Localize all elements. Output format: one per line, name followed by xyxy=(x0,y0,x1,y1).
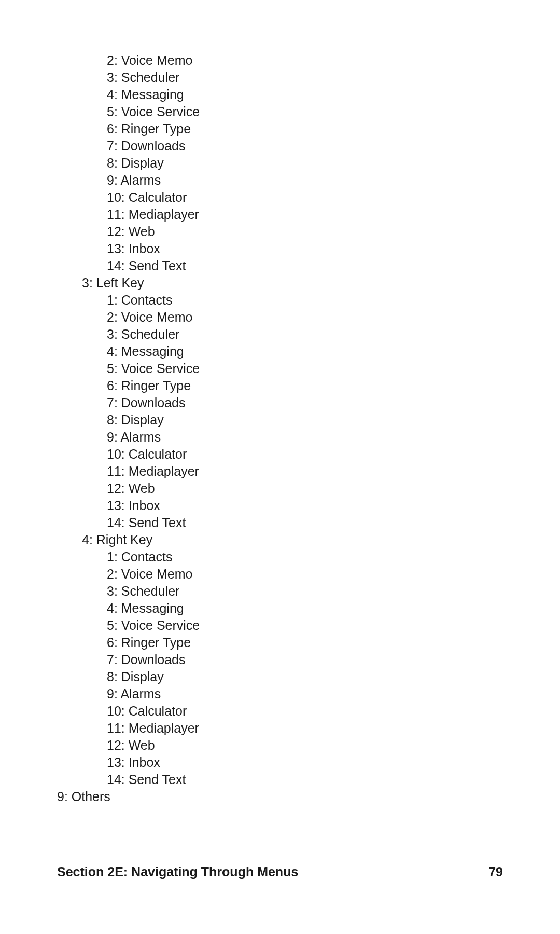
menu-item: 4: Right Key xyxy=(57,531,503,548)
menu-item: 9: Others xyxy=(57,788,503,805)
menu-item: 3: Scheduler xyxy=(57,69,503,86)
menu-item: 7: Downloads xyxy=(57,651,503,668)
footer-page-number: 79 xyxy=(488,864,503,880)
menu-item: 14: Send Text xyxy=(57,257,503,274)
menu-list: 2: Voice Memo3: Scheduler4: Messaging5: … xyxy=(57,52,503,805)
menu-item: 1: Contacts xyxy=(57,292,503,309)
menu-item: 11: Mediaplayer xyxy=(57,720,503,737)
menu-item: 8: Display xyxy=(57,668,503,685)
menu-item: 2: Voice Memo xyxy=(57,566,503,583)
menu-item: 9: Alarms xyxy=(57,685,503,703)
menu-item: 1: Contacts xyxy=(57,548,503,566)
footer-section-title: Section 2E: Navigating Through Menus xyxy=(57,864,298,880)
menu-item: 2: Voice Memo xyxy=(57,52,503,69)
menu-item: 13: Inbox xyxy=(57,754,503,771)
menu-item: 9: Alarms xyxy=(57,429,503,446)
page-footer: Section 2E: Navigating Through Menus 79 xyxy=(57,864,503,880)
menu-item: 6: Ringer Type xyxy=(57,120,503,138)
menu-item: 12: Web xyxy=(57,480,503,497)
menu-item: 12: Web xyxy=(57,223,503,240)
menu-item: 7: Downloads xyxy=(57,138,503,155)
menu-item: 3: Left Key xyxy=(57,274,503,292)
menu-item: 11: Mediaplayer xyxy=(57,206,503,223)
menu-item: 10: Calculator xyxy=(57,189,503,206)
menu-item: 12: Web xyxy=(57,737,503,754)
menu-item: 9: Alarms xyxy=(57,172,503,189)
menu-item: 5: Voice Service xyxy=(57,360,503,377)
menu-item: 13: Inbox xyxy=(57,240,503,257)
menu-item: 8: Display xyxy=(57,411,503,429)
menu-item: 11: Mediaplayer xyxy=(57,463,503,480)
menu-item: 10: Calculator xyxy=(57,446,503,463)
menu-item: 5: Voice Service xyxy=(57,617,503,634)
menu-item: 5: Voice Service xyxy=(57,103,503,120)
menu-item: 4: Messaging xyxy=(57,86,503,103)
menu-item: 6: Ringer Type xyxy=(57,377,503,394)
menu-item: 14: Send Text xyxy=(57,771,503,788)
menu-item: 3: Scheduler xyxy=(57,583,503,600)
menu-item: 14: Send Text xyxy=(57,514,503,531)
menu-item: 2: Voice Memo xyxy=(57,309,503,326)
menu-item: 4: Messaging xyxy=(57,343,503,360)
menu-item: 6: Ringer Type xyxy=(57,634,503,651)
menu-item: 7: Downloads xyxy=(57,394,503,411)
menu-item: 8: Display xyxy=(57,155,503,172)
menu-item: 4: Messaging xyxy=(57,600,503,617)
menu-item: 3: Scheduler xyxy=(57,326,503,343)
menu-item: 13: Inbox xyxy=(57,497,503,514)
menu-item: 10: Calculator xyxy=(57,703,503,720)
